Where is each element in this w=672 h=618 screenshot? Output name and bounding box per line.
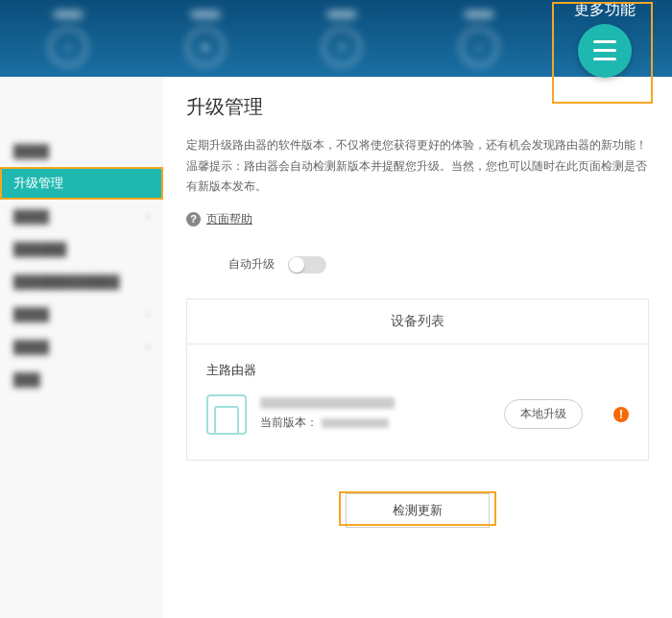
sidebar-item-blurred[interactable]: ███ [0,363,163,395]
auto-upgrade-row: 自动升级 [186,256,649,273]
device-name-blurred [260,397,395,409]
warning-icon: ! [613,407,629,422]
footer-button-wrap: 检测更新 [186,493,649,528]
description: 定期升级路由器的软件版本，不仅将使您获得更好的体验，还有机会发现路由器的新功能！… [186,135,649,198]
page-title: 升级管理 [186,94,649,120]
desc-line-1: 定期升级路由器的软件版本，不仅将使您获得更好的体验，还有机会发现路由器的新功能！ [186,135,649,156]
panel-title: 设备列表 [187,299,648,345]
desc-line-2: 温馨提示：路由器会自动检测新版本并提醒您升级。当然，您也可以随时在此页面检测是否… [186,156,649,198]
sidebar-item-blurred[interactable]: ████ [0,134,163,167]
sidebar: ████ 升级管理 ████› ██████ ████████████ ████… [0,77,163,618]
sidebar-active-label: 升级管理 [13,175,63,192]
auto-upgrade-label: 自动升级 [228,256,275,273]
version-prefix: 当前版本： [260,415,318,431]
top-nav-blurred: ☆ ● ≡ ○ [0,0,547,77]
main-router-label: 主路由器 [206,362,629,379]
sidebar-item-blurred[interactable]: ████› [0,200,163,232]
auto-upgrade-switch[interactable] [288,256,326,273]
check-update-button[interactable]: 检测更新 [346,493,490,528]
sidebar-item-blurred[interactable]: ████████████ [0,265,163,297]
router-icon [206,394,247,435]
help-row: ? 页面帮助 [186,211,649,227]
sidebar-item-upgrade[interactable]: 升级管理 [0,167,163,200]
device-row: 当前版本： 本地升级 ! [206,394,629,435]
more-label: 更多功能 [574,0,636,20]
help-link[interactable]: 页面帮助 [206,211,252,227]
local-upgrade-button[interactable]: 本地升级 [504,399,583,429]
help-icon: ? [186,212,201,226]
top-bar: ☆ ● ≡ ○ 更多功能 [0,0,672,77]
version-row: 当前版本： [260,415,491,431]
hamburger-icon[interactable] [578,24,632,78]
main-content: 升级管理 定期升级路由器的软件版本，不仅将使您获得更好的体验，还有机会发现路由器… [163,77,672,618]
sidebar-item-blurred[interactable]: ██████ [0,232,163,265]
sidebar-item-blurred[interactable]: ████› [0,330,163,363]
sidebar-item-blurred[interactable]: ████› [0,297,163,330]
more-menu[interactable]: 更多功能 [574,0,636,78]
version-value-blurred [322,418,389,428]
device-list-panel: 设备列表 主路由器 当前版本： 本地升级 ! [186,298,649,461]
